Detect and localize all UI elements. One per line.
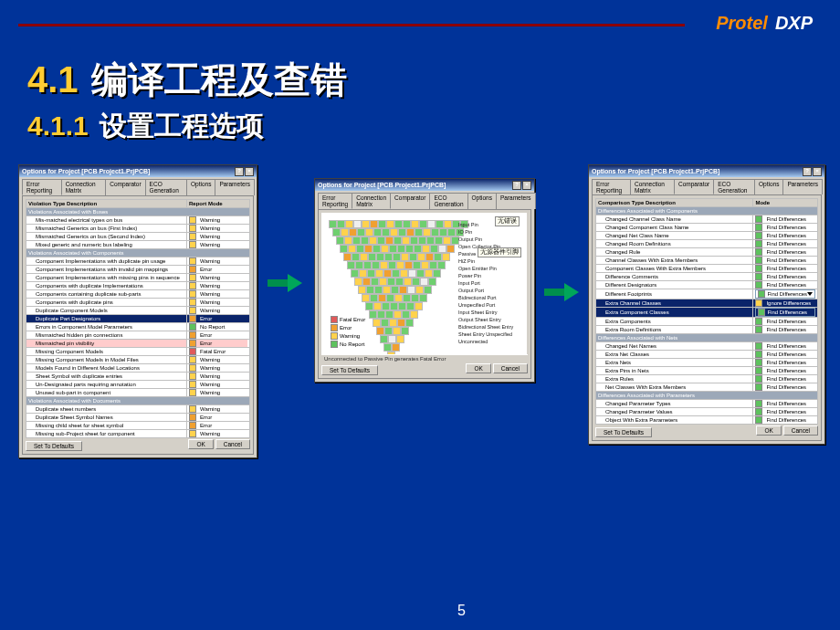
grid-row[interactable]: Changed Room DefinitionsFind Differences (596, 240, 818, 248)
tab-comparator[interactable]: Comparator (105, 179, 145, 195)
matrix-cell[interactable] (368, 253, 376, 261)
matrix-cell[interactable] (392, 269, 400, 278)
grid-row[interactable]: Missing Component Models in Model FilesW… (26, 356, 250, 364)
grid-row[interactable]: Errors in Component Model ParametersNo R… (26, 323, 250, 331)
matrix-cell[interactable] (362, 220, 370, 228)
set-defaults-button[interactable]: Set To Defaults (595, 427, 652, 437)
matrix-cell[interactable] (381, 319, 389, 327)
matrix-cell[interactable] (336, 236, 344, 245)
grid-row[interactable]: Mis-matched electrical types on busWarni… (26, 216, 250, 225)
matrix-cell[interactable] (414, 245, 422, 253)
matrix-cell[interactable] (373, 302, 382, 310)
tab-comparator[interactable]: Comparator (390, 193, 430, 209)
grid-row[interactable]: Components containing duplicate sub-part… (26, 290, 250, 299)
matrix-cell[interactable] (404, 261, 413, 269)
grid-row[interactable]: Changed Component Class NameFind Differe… (596, 224, 818, 232)
matrix-cell[interactable] (329, 220, 337, 228)
matrix-cell[interactable] (337, 220, 345, 228)
matrix-cell[interactable] (399, 286, 407, 294)
matrix-cell[interactable] (352, 236, 361, 245)
matrix-cell[interactable] (383, 269, 392, 278)
grid-row[interactable]: Unused sub-part in componentWarning (26, 389, 250, 397)
matrix-cell[interactable] (394, 294, 403, 302)
matrix-cell[interactable] (388, 261, 396, 269)
matrix-cell[interactable] (376, 327, 384, 335)
grid-row[interactable]: Changed Channel Class NameFind Differenc… (596, 215, 818, 224)
matrix-cell[interactable] (444, 220, 452, 228)
matrix-cell[interactable] (385, 236, 394, 245)
grid-row[interactable]: Difference CommentsFind Differences (596, 273, 818, 281)
matrix-cell[interactable] (434, 253, 442, 261)
matrix-cell[interactable] (436, 220, 444, 228)
grid-row[interactable]: Duplicate Sheet Symbol NamesError (26, 414, 250, 422)
matrix-cell[interactable] (398, 302, 406, 310)
matrix-cell[interactable] (351, 269, 359, 278)
grid-row[interactable]: Un-Designated parts requiring annotation… (26, 381, 250, 389)
matrix-cell[interactable] (409, 253, 417, 261)
close-icon[interactable]: × (522, 181, 531, 190)
help-icon[interactable]: ? (803, 167, 812, 176)
tab-options[interactable]: Options (186, 179, 215, 195)
set-defaults-button[interactable]: Set To Defaults (321, 365, 378, 375)
matrix-cell[interactable] (356, 245, 364, 253)
matrix-cell[interactable] (422, 245, 430, 253)
grid-row[interactable]: Duplicate Part DesignatorsError (26, 315, 250, 323)
matrix-cell[interactable] (405, 245, 414, 253)
cancel-button[interactable]: Cancel (783, 425, 818, 436)
tab-error-reporting[interactable]: Error Reporting (22, 179, 62, 195)
grid-row[interactable]: Components with duplicate Implementation… (26, 282, 250, 290)
tab-error-reporting[interactable]: Error Reporting (318, 193, 352, 209)
matrix-cell[interactable] (397, 245, 405, 253)
matrix-cell[interactable] (344, 236, 352, 245)
matrix-cell[interactable] (427, 220, 436, 228)
matrix-cell[interactable] (383, 343, 392, 352)
matrix-cell[interactable] (352, 253, 360, 261)
matrix-cell[interactable] (345, 220, 353, 228)
matrix-cell[interactable] (376, 253, 384, 261)
ok-button[interactable]: OK (466, 363, 490, 373)
matrix-cell[interactable] (408, 269, 416, 278)
matrix-cell[interactable] (415, 302, 423, 310)
matrix-cell[interactable] (394, 220, 403, 228)
tab-comparator[interactable]: Comparator (674, 179, 714, 194)
matrix-cell[interactable] (341, 228, 349, 236)
matrix-cell[interactable] (437, 261, 446, 269)
matrix-cell[interactable] (393, 253, 401, 261)
matrix-cell[interactable] (364, 245, 373, 253)
matrix-cell[interactable] (349, 228, 357, 236)
matrix-cell[interactable] (382, 302, 390, 310)
matrix-cell[interactable] (443, 236, 451, 245)
grid-row[interactable]: Component Implementations with missing p… (26, 274, 250, 282)
matrix-cell[interactable] (363, 261, 372, 269)
matrix-cell[interactable] (378, 220, 386, 228)
matrix-cell[interactable] (343, 253, 352, 261)
grid-row[interactable]: Changed Parameter TypesFind Differences (596, 400, 818, 408)
matrix-cell[interactable] (401, 253, 409, 261)
matrix-cell[interactable] (447, 228, 456, 236)
matrix-cell[interactable] (402, 310, 410, 319)
matrix-cell[interactable] (389, 245, 397, 253)
grid-row[interactable]: Extra ComponentsFind Differences (596, 318, 818, 326)
matrix-cell[interactable] (382, 228, 390, 236)
grid-row[interactable]: Different FootprintsFind Differences (596, 289, 818, 299)
matrix-cell[interactable] (381, 245, 389, 253)
matrix-cell[interactable] (390, 228, 398, 236)
matrix-cell[interactable] (378, 294, 386, 302)
matrix-cell[interactable] (387, 278, 395, 286)
matrix-cell[interactable] (390, 302, 398, 310)
matrix-cell[interactable] (411, 220, 419, 228)
grid-row[interactable]: Sheet Symbol with duplicate entriesWarni… (26, 373, 250, 381)
grid-row[interactable]: Different DesignatorsFind Differences (596, 281, 818, 289)
matrix-cell[interactable] (387, 352, 395, 354)
cancel-button[interactable]: Cancel (215, 439, 250, 449)
matrix-cell[interactable] (403, 294, 411, 302)
matrix-cell[interactable] (375, 269, 383, 278)
matrix-cell[interactable] (421, 261, 429, 269)
matrix-cell[interactable] (428, 278, 436, 286)
titlebar[interactable]: Options for Project [PCB Project1.PrjPCB… (19, 165, 257, 177)
matrix-cell[interactable] (366, 286, 374, 294)
tab-connection-matrix[interactable]: Connection Matrix (630, 179, 675, 194)
matrix-cell[interactable] (380, 335, 388, 343)
tab-eco-generation[interactable]: ECO Generation (429, 193, 467, 209)
grid-row[interactable]: Channel Classes With Extra MembersFind D… (596, 257, 818, 265)
